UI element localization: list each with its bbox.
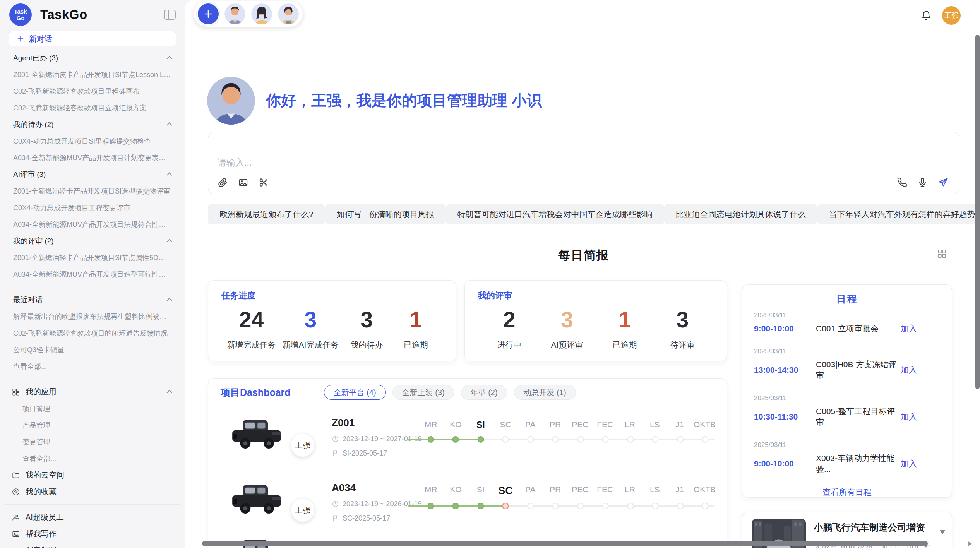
sidebar-conversation[interactable]: C02-飞腾新能源轻客改款项目立项汇报方案	[0, 99, 185, 116]
schedule-event-title: X003-车辆动力学性能验...	[816, 453, 901, 474]
schedule-date: 2025/03/11	[754, 348, 940, 355]
schedule-item: 2025/03/11 9:00-10:00 X003-车辆动力学性能验... 加…	[754, 435, 940, 481]
sidebar-section-my-review[interactable]: 我的评审 (2)	[0, 233, 185, 249]
suggestion-chip[interactable]: 特朗普可能对进口汽车增税会对中国车企造成哪些影响	[446, 204, 664, 224]
milestone-label: KO	[443, 420, 468, 430]
tab-model-year[interactable]: 年型 (2)	[461, 385, 507, 400]
sidebar-conversation[interactable]: A034-全新新能源MUV产品开发项目法规符合性评审	[0, 216, 185, 233]
sidebar-conversation[interactable]: C02-飞腾新能源轻客改款项目里程碑画布	[0, 83, 185, 99]
join-meeting-link[interactable]: 加入	[901, 458, 917, 469]
sidebar-section-my-todo[interactable]: 我的待办 (2)	[0, 116, 185, 133]
send-icon[interactable]	[938, 177, 948, 188]
sidebar-app-change-mgmt[interactable]: 变更管理	[0, 433, 185, 450]
milestone-label: PR	[543, 420, 567, 430]
suggestion-chips: 欧洲新规最近颁布了什么? 如何写一份清晰的项目周报 特朗普可能对进口汽车增税会对…	[208, 204, 959, 224]
milestone-label-current: SI	[468, 420, 493, 430]
milestone-label: LR	[617, 420, 642, 430]
tab-new-platform[interactable]: 全新平台 (4)	[324, 385, 386, 400]
sidebar-item-ai-staff[interactable]: AI超级员工	[0, 509, 185, 526]
sidebar-item-creative-draw[interactable]: 创意制图	[0, 542, 185, 548]
sidebar-conversation[interactable]: Z001-全新燃油轻卡产品开发项目SI节点属性5D文件评审	[0, 249, 185, 266]
tab-new-body[interactable]: 全新上装 (3)	[392, 385, 454, 400]
milestone-dot	[577, 436, 584, 443]
sidebar-conversation[interactable]: Z001-全新燃油轻卡产品开发项目SI造型提交物评审	[0, 183, 185, 199]
layout-switch-button[interactable]	[937, 248, 947, 259]
card-title: 我的评审	[478, 290, 711, 301]
milestone-dot	[702, 436, 709, 443]
sidebar-conversation[interactable]: A034-全新新能源MUV产品开发项目计划变更表编写	[0, 149, 185, 166]
scroll-down-button[interactable]	[939, 530, 946, 534]
assistant-avatar	[207, 77, 255, 125]
milestone-timeline: MR KO SI SC PA PR PEC FEC LR LS J1 OKTB	[418, 485, 717, 510]
sidebar-conversation[interactable]: Z001-全新燃油皮卡产品开发项目SI节点Lesson Learn报告	[0, 66, 185, 83]
sidebar-conversation[interactable]: C0X4-动力总成开发项目工程变更评审	[0, 199, 185, 216]
join-meeting-link[interactable]: 加入	[901, 323, 917, 334]
join-meeting-link[interactable]: 加入	[901, 365, 917, 375]
milestone-label: LS	[642, 420, 667, 430]
sidebar-item-favorites[interactable]: 我的收藏	[0, 483, 185, 500]
suggestion-chip[interactable]: 当下年轻人对汽车外观有怎样的喜好趋势	[817, 204, 980, 224]
schedule-date: 2025/03/11	[754, 312, 940, 319]
chat-input[interactable]	[218, 157, 682, 176]
sidebar-app-product-mgmt[interactable]: 产品管理	[0, 417, 185, 433]
image-icon[interactable]	[238, 177, 248, 188]
app-title: TaskGo	[40, 7, 87, 22]
sidebar-header: Task Go TaskGo	[0, 0, 185, 29]
daily-briefing-header: 每日简报	[208, 247, 959, 264]
milestone-label: SC	[493, 420, 518, 430]
schedule-date: 2025/03/11	[754, 394, 940, 402]
project-row[interactable]: 王强 Z001 2023-12-19 ~ 2027-01-19 SI-2025-…	[221, 414, 715, 476]
scissors-icon[interactable]	[259, 177, 269, 188]
tab-powertrain[interactable]: 动总开发 (1)	[514, 385, 576, 400]
microphone-icon[interactable]	[917, 177, 928, 188]
stat-ai-prereview: 3AI预评审	[546, 307, 588, 350]
horizontal-scrollbar-thumb[interactable]	[202, 541, 928, 546]
sidebar-conversation[interactable]: C02-飞腾新能源轻客改款项目的闭环通告反馈情况	[0, 325, 185, 341]
notification-bell-icon[interactable]	[920, 10, 932, 21]
agent-avatar[interactable]	[251, 3, 272, 24]
collapse-sidebar-icon[interactable]	[164, 10, 176, 20]
suggestion-chip[interactable]: 比亚迪全固态电池计划具体说了什么	[664, 204, 817, 224]
agent-avatar[interactable]	[224, 3, 245, 24]
scroll-right-button[interactable]	[968, 541, 972, 546]
add-agent-button[interactable]	[198, 3, 219, 24]
view-all-apps[interactable]: 查看全部...	[0, 450, 185, 467]
project-info: Z001 2023-12-19 ~ 2027-01-19 SI-2025-05-…	[332, 417, 422, 457]
sidebar-conversation[interactable]: C0X4-动力总成开发项目SI里程碑提交物检查	[0, 133, 185, 149]
milestone-label: J1	[667, 420, 692, 430]
sidebar-app-project-mgmt[interactable]: 项目管理	[0, 400, 185, 417]
users-icon	[12, 513, 20, 522]
phone-call-icon[interactable]	[897, 177, 907, 188]
user-avatar[interactable]: 王强	[942, 6, 961, 25]
view-all-conversations[interactable]: 查看全部...	[0, 358, 185, 375]
project-code: A034	[332, 482, 422, 494]
sidebar-section-recent[interactable]: 最近对话	[0, 291, 185, 308]
sidebar-item-my-apps[interactable]: 我的应用	[0, 384, 185, 400]
sidebar-item-help-write[interactable]: 帮我写作	[0, 526, 185, 542]
sidebar-conversation[interactable]: 公司Q3轻卡销量	[0, 341, 185, 358]
suggestion-chip[interactable]: 欧洲新规最近颁布了什么?	[208, 204, 325, 224]
plus-icon	[17, 35, 24, 43]
milestone-dot	[502, 436, 509, 443]
sidebar-section-agent-done[interactable]: Agent已办 (3)	[0, 50, 185, 66]
app-logo: Task Go	[9, 3, 32, 26]
join-meeting-link[interactable]: 加入	[901, 411, 917, 422]
dashboard-title: 项目Dashboard	[221, 386, 291, 399]
vertical-scrollbar-thumb[interactable]	[975, 35, 980, 389]
suggestion-chip[interactable]: 如何写一份清晰的项目周报	[325, 204, 446, 224]
schedule-card: 日程 2025/03/11 9:00-10:00 C001-立项审批会 加入 2…	[742, 284, 952, 498]
sidebar-item-label: 我的收藏	[26, 486, 57, 497]
briefing-stats-row: 任务进度 24新增完成任务 3新增AI完成任务 3我的待办 1已逾期 我的评审 …	[208, 280, 727, 361]
project-row[interactable]: 王强 A034 2023-12-19 ~ 2026-01-19 SC-2025-…	[221, 479, 715, 541]
sidebar-conversation[interactable]: 解释最新出台的欧盟报废车法规再生塑料比例被调至15%...	[0, 308, 185, 325]
sidebar-item-cloud-space[interactable]: 我的云空间	[0, 467, 185, 483]
sidebar-conversation[interactable]: A034-全新新能源MUV产品开发项目造型可行性评审	[0, 266, 185, 283]
new-chat-button[interactable]: 新对话	[9, 31, 176, 46]
section-title: 最近对话	[13, 295, 43, 305]
milestone-dot-done	[452, 436, 459, 443]
attachment-icon[interactable]	[218, 177, 228, 188]
agent-avatar[interactable]	[278, 3, 299, 24]
timeline-progress	[408, 439, 481, 440]
view-all-schedule-link[interactable]: 查看所有日程	[742, 487, 952, 498]
sidebar-section-ai-review[interactable]: AI评审 (3)	[0, 166, 185, 183]
